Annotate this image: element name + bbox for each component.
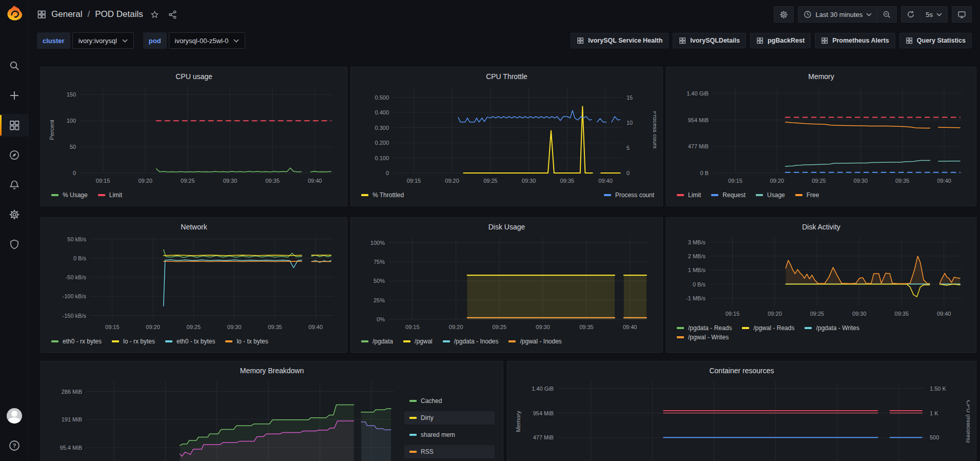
network-chart: -150 kB/s-100 kB/s-50 kB/s0 B/s50 kB/s09… — [47, 233, 341, 335]
x-tick-label: 09:20 — [146, 324, 160, 330]
y-tick-label: -1 MB/s — [686, 295, 705, 301]
x-tick-label: 09:30 — [536, 324, 550, 330]
panel-title-memory[interactable]: Memory — [673, 70, 970, 83]
x-tick-label: 09:20 — [768, 311, 782, 317]
panel-title-cpu-throttle[interactable]: CPU Throttle — [357, 70, 656, 83]
legend-item[interactable]: RSS — [404, 445, 495, 458]
panel-memory-breakdown: Memory Breakdown 95.4 MiB191 MiB286 MiB0… — [41, 361, 503, 461]
legend-item[interactable]: /pgwal - Writes — [677, 334, 729, 341]
y-tick-label: 954 MiB — [533, 410, 554, 416]
sidebar-item-profile[interactable] — [0, 405, 29, 427]
legend-item[interactable]: lo - tx bytes — [225, 338, 268, 345]
legend-item[interactable]: Cached — [404, 394, 495, 408]
legend-item[interactable]: Free — [795, 191, 819, 199]
y-tick-label: 0 — [386, 170, 389, 176]
legend-item[interactable]: /pgwal - Reads — [742, 324, 794, 332]
legend-item[interactable]: % Throttled — [361, 191, 404, 199]
chevron-down-icon — [866, 13, 872, 16]
dashboard-settings-button[interactable] — [774, 6, 794, 23]
memory-legend: LimitRequestUsageFree — [673, 188, 970, 199]
legend-item[interactable]: Dirty — [404, 411, 495, 425]
panel-title-disk-usage[interactable]: Disk Usage — [357, 221, 656, 233]
variable-cluster-select[interactable]: ivory:ivorysql — [72, 32, 134, 49]
y-tick-label: 191 MiB — [62, 416, 82, 422]
dashboard-link-pgbackrest[interactable]: pgBackRest — [750, 33, 811, 48]
network-legend: eth0 - rx byteslo - rx byteseth0 - tx by… — [47, 335, 341, 345]
refresh-interval-picker[interactable]: 5s — [920, 6, 948, 23]
panel-title-memory-breakdown[interactable]: Memory Breakdown — [47, 364, 497, 377]
legend-item[interactable]: /pgdata - Reads — [677, 324, 732, 332]
legend-swatch — [409, 417, 417, 419]
sidebar-item-server-admin[interactable] — [0, 233, 29, 256]
cpu-throttle-legend: % ThrottledProcess count — [357, 188, 656, 199]
y-tick-label: 0 B — [700, 170, 709, 176]
sidebar-item-configuration[interactable] — [0, 203, 29, 226]
legend-swatch — [361, 340, 368, 342]
avatar — [7, 408, 22, 424]
legend-label: /pgwal — [415, 338, 433, 345]
legend-label: % Throttled — [373, 191, 404, 199]
legend-swatch — [677, 327, 684, 329]
share-icon[interactable] — [166, 10, 179, 19]
legend-item[interactable]: eth0 - rx bytes — [51, 338, 102, 345]
legend-item[interactable]: Limit — [677, 191, 701, 199]
grafana-logo[interactable] — [5, 4, 24, 23]
dashboard-link-ivorysql-service-health[interactable]: IvorySQL Service Health — [571, 33, 669, 48]
legend-item[interactable]: shared mem — [404, 428, 495, 441]
variable-pod-select[interactable]: ivorysql-00-z5wl-0 — [169, 32, 246, 49]
zoom-out-icon — [883, 10, 891, 19]
zoom-out-button[interactable] — [877, 6, 897, 23]
time-range-picker[interactable]: Last 30 minutes — [798, 6, 877, 23]
dashboard-link-ivorysqldetails[interactable]: IvorySQLDetails — [673, 33, 746, 48]
dashboard-link-label: pgBackRest — [768, 37, 805, 44]
legend-item[interactable]: Process count — [604, 191, 654, 199]
breadcrumb-dashboard-title[interactable]: POD Details — [95, 9, 143, 20]
memory-breakdown-chart: 95.4 MiB191 MiB286 MiB09:1509:2009:2509:… — [47, 377, 399, 461]
legend-item[interactable]: lo - rx bytes — [112, 338, 155, 345]
legend-item[interactable]: /pgwal - Inodes — [508, 338, 561, 345]
legend-item[interactable]: /pgdata - Writes — [805, 324, 859, 332]
legend-item[interactable]: /pgdata — [361, 338, 393, 345]
disk-usage-legend: /pgdata/pgwal/pgdata - Inodes/pgwal - In… — [357, 335, 656, 345]
sidebar-item-dashboards[interactable] — [0, 114, 29, 137]
memory-breakdown-legend: CachedDirtyshared memRSS — [399, 377, 497, 461]
y-tick-label: 1 MB/s — [688, 267, 706, 273]
legend-item[interactable]: /pgdata - Inodes — [443, 338, 499, 345]
sidebar-item-search[interactable] — [0, 54, 29, 77]
y-tick-label: 100% — [370, 240, 385, 246]
sidebar-item-alerting[interactable] — [0, 174, 29, 196]
legend-item[interactable]: /pgwal — [403, 338, 433, 345]
legend-label: RSS — [421, 448, 434, 455]
panel-container-resources: Container resources 477 MiB954 MiB1.40 G… — [507, 361, 976, 461]
panel-title-disk-activity[interactable]: Disk Activity — [673, 221, 970, 233]
legend-item[interactable]: Usage — [756, 191, 785, 199]
dashboard-link-query-statistics[interactable]: Query Statistics — [899, 33, 972, 48]
panel-title-network[interactable]: Network — [47, 221, 341, 233]
panel-title-cpu-usage[interactable]: CPU usage — [47, 70, 341, 83]
breadcrumb-folder[interactable]: General — [51, 9, 82, 20]
x-tick-label: 09:35 — [895, 178, 910, 184]
sidebar-item-explore[interactable] — [0, 144, 29, 166]
sidebar-item-create[interactable] — [0, 84, 29, 107]
legend-swatch — [403, 340, 410, 342]
variable-pod-label[interactable]: pod — [143, 32, 167, 49]
refresh-button[interactable] — [901, 6, 920, 23]
variable-cluster-label[interactable]: cluster — [37, 32, 70, 49]
dashboard-link-prometheus-alerts[interactable]: Prometheus Alerts — [815, 33, 895, 48]
y-tick-label: 150 — [67, 91, 76, 98]
kiosk-mode-button[interactable] — [952, 6, 972, 23]
y-tick-label: 100 — [67, 118, 76, 124]
legend-swatch — [51, 340, 58, 342]
series-line — [164, 250, 302, 258]
series-line — [458, 110, 592, 122]
legend-item[interactable]: eth0 - tx bytes — [165, 338, 215, 345]
sidebar-item-help[interactable]: ? — [0, 434, 29, 457]
legend-item[interactable]: % Usage — [51, 191, 88, 199]
star-icon[interactable] — [148, 10, 161, 19]
legend-swatch — [165, 340, 172, 342]
legend-item[interactable]: Request — [711, 191, 746, 199]
series-line — [164, 260, 302, 306]
panel-title-container-resources[interactable]: Container resources — [514, 364, 970, 377]
monitor-icon — [957, 10, 966, 19]
legend-item[interactable]: Limit — [98, 191, 122, 199]
